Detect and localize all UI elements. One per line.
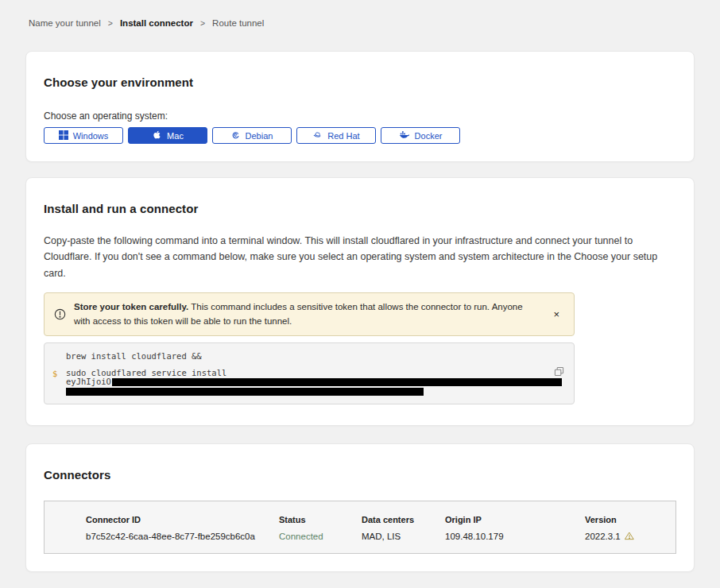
column-header-origin-ip: Origin IP xyxy=(445,515,585,524)
os-select-label: Choose an operating system: xyxy=(44,110,676,122)
origin-ip-value: 109.48.10.179 xyxy=(445,532,585,541)
docker-icon xyxy=(399,130,410,141)
column-header-status: Status xyxy=(279,515,362,524)
connector-id-value: b7c52c42-6caa-48ee-8c77-fbe259cb6c0a xyxy=(86,532,279,541)
status-badge: Connected xyxy=(279,532,362,541)
close-icon[interactable]: × xyxy=(548,308,564,321)
redhat-icon xyxy=(312,130,323,141)
connectors-table: Connector ID Status Data centers Origin … xyxy=(44,501,676,554)
breadcrumb: Name your tunnel > Install connector > R… xyxy=(0,0,720,28)
breadcrumb-separator: > xyxy=(200,18,205,28)
breadcrumb-separator: > xyxy=(108,18,113,28)
copy-icon[interactable] xyxy=(552,365,566,381)
connectors-card: Connectors Connector ID Status Data cent… xyxy=(25,443,695,572)
breadcrumb-install-connector[interactable]: Install connector xyxy=(120,18,193,28)
choose-environment-card: Choose your environment Choose an operat… xyxy=(25,51,695,162)
os-button-label: Red Hat xyxy=(327,131,359,141)
install-command-code-block: $ brew install cloudflared && sudo cloud… xyxy=(44,342,575,404)
os-button-windows[interactable]: Windows xyxy=(44,127,123,144)
version-number: 2022.3.1 xyxy=(585,532,621,541)
version-value: 2022.3.1 xyxy=(585,532,660,541)
redacted-token-bar xyxy=(66,388,424,396)
os-button-label: Docker xyxy=(415,131,443,141)
install-connector-card: Install and run a connector Copy-paste t… xyxy=(25,177,695,426)
breadcrumb-route-tunnel[interactable]: Route tunnel xyxy=(212,18,264,28)
os-button-redhat[interactable]: Red Hat xyxy=(296,127,376,144)
code-line-brew: brew install cloudflared && xyxy=(66,352,542,361)
os-button-docker[interactable]: Docker xyxy=(381,127,460,144)
windows-icon xyxy=(59,130,68,141)
code-line-sudo: sudo cloudflared service install xyxy=(66,369,542,377)
connectors-table-header: Connector ID Status Data centers Origin … xyxy=(86,515,660,524)
alert-text: Store your token carefully. This command… xyxy=(74,300,540,329)
os-button-group: Windows Mac Debian Red Hat xyxy=(44,127,676,144)
data-centers-value: MAD, LIS xyxy=(362,532,445,541)
code-line-token: eyJhIjoiO xyxy=(66,377,542,386)
apple-icon xyxy=(152,130,162,141)
install-card-title: Install and run a connector xyxy=(44,202,676,215)
debian-icon xyxy=(231,130,241,141)
alert-title: Store your token carefully. xyxy=(74,302,188,311)
os-button-label: Debian xyxy=(246,131,273,141)
os-button-debian[interactable]: Debian xyxy=(212,127,292,144)
table-row: b7c52c42-6caa-48ee-8c77-fbe259cb6c0a Con… xyxy=(86,532,660,541)
breadcrumb-name-your-tunnel[interactable]: Name your tunnel xyxy=(29,18,101,28)
connectors-card-title: Connectors xyxy=(44,468,676,482)
token-warning-alert: Store your token carefully. This command… xyxy=(44,292,575,337)
warning-triangle-icon xyxy=(625,532,634,540)
code-line-token-2 xyxy=(66,386,542,396)
os-button-label: Mac xyxy=(167,131,184,141)
os-button-label: Windows xyxy=(73,131,109,141)
warning-circle-icon xyxy=(54,308,66,320)
column-header-connector-id: Connector ID xyxy=(86,515,279,524)
column-header-data-centers: Data centers xyxy=(362,515,445,524)
os-button-mac[interactable]: Mac xyxy=(128,127,207,144)
environment-card-title: Choose your environment xyxy=(44,75,676,89)
redacted-token-bar xyxy=(112,378,562,386)
shell-prompt: $ xyxy=(52,369,57,378)
token-prefix: eyJhIjoiO xyxy=(66,377,111,386)
install-description: Copy-paste the following command into a … xyxy=(44,233,676,281)
column-header-version: Version xyxy=(585,515,660,524)
